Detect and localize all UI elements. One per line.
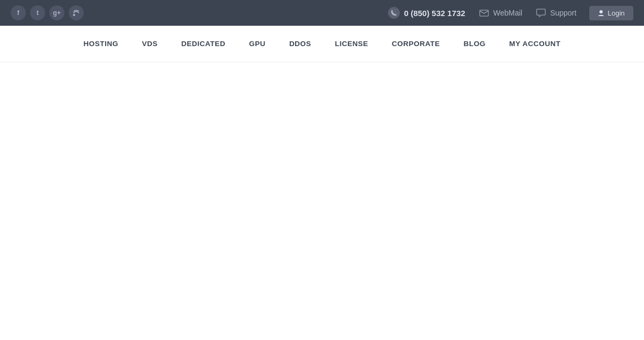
nav-item-my-account[interactable]: MY ACCOUNT xyxy=(497,26,573,62)
main-content xyxy=(0,62,644,340)
phone-number: 0 (850) 532 1732 xyxy=(404,9,465,18)
nav-item-dedicated[interactable]: DEDICATED xyxy=(170,26,237,62)
nav-item-blog[interactable]: BLOG xyxy=(452,26,497,62)
googleplus-icon[interactable]: g+ xyxy=(49,5,64,20)
nav-link-hosting[interactable]: HOSTING xyxy=(84,40,119,48)
svg-point-2 xyxy=(599,10,603,13)
top-right-bar: 0 (850) 532 1732 WebMail Support xyxy=(388,6,633,20)
top-bar: f t g+ 0 (850) 532 1732 xyxy=(0,0,644,26)
nav-link-blog[interactable]: BLOG xyxy=(464,40,486,48)
support-label: Support xyxy=(550,9,576,17)
nav-item-license[interactable]: LICENSE xyxy=(323,26,380,62)
nav-menu: HOSTING VDS DEDICATED GPU DDOS LICENSE C… xyxy=(72,26,573,62)
nav-link-gpu[interactable]: GPU xyxy=(249,40,266,48)
login-button[interactable]: Login xyxy=(589,6,633,20)
nav-link-my-account[interactable]: MY ACCOUNT xyxy=(509,40,561,48)
nav-item-vds[interactable]: VDS xyxy=(130,26,170,62)
webmail-label: WebMail xyxy=(493,9,522,17)
mail-icon xyxy=(478,9,490,17)
twitter-icon[interactable]: t xyxy=(30,5,45,20)
webmail-link[interactable]: WebMail xyxy=(478,9,522,17)
support-link[interactable]: Support xyxy=(535,9,576,17)
support-icon xyxy=(535,9,547,17)
nav-item-ddos[interactable]: DDOS xyxy=(277,26,323,62)
nav-item-hosting[interactable]: HOSTING xyxy=(72,26,130,62)
nav-link-ddos[interactable]: DDOS xyxy=(289,40,311,48)
social-icons: f t g+ xyxy=(11,5,84,20)
nav-link-license[interactable]: LICENSE xyxy=(335,40,368,48)
nav-item-corporate[interactable]: CORPORATE xyxy=(380,26,452,62)
svg-point-0 xyxy=(73,14,75,16)
login-label: Login xyxy=(608,9,625,17)
nav-link-corporate[interactable]: CORPORATE xyxy=(392,40,440,48)
nav-item-gpu[interactable]: GPU xyxy=(237,26,277,62)
rss-icon[interactable] xyxy=(69,5,84,20)
phone-block: 0 (850) 532 1732 xyxy=(388,7,465,19)
facebook-icon[interactable]: f xyxy=(11,5,26,20)
nav-link-dedicated[interactable]: DEDICATED xyxy=(181,40,225,48)
phone-icon xyxy=(388,7,400,19)
navigation-bar: HOSTING VDS DEDICATED GPU DDOS LICENSE C… xyxy=(0,26,644,62)
nav-link-vds[interactable]: VDS xyxy=(142,40,158,48)
